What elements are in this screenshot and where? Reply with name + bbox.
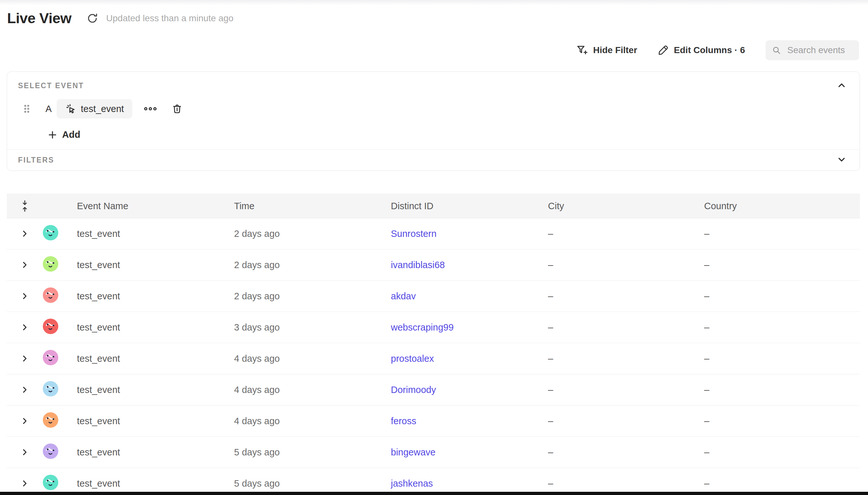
search-icon [772,45,781,56]
user-avatar [43,475,58,492]
city-cell: – [548,416,704,426]
country-cell: – [704,322,860,333]
table-row: test_event 4 days ago feross – – [7,406,860,437]
country-cell: – [704,478,860,489]
distinct-id-link[interactable]: jashkenas [391,478,433,489]
chevron-up-icon [836,80,847,90]
country-cell: – [704,353,860,364]
filter-plus-icon [576,45,588,56]
time-cell: 3 days ago [234,322,391,333]
city-cell: – [548,291,704,302]
edit-columns-label: Edit Columns · 6 [674,45,745,55]
chevron-down-icon [836,154,847,165]
table-header-row: Event Name Time Distinct ID City Country [7,194,860,218]
distinct-id-link[interactable]: feross [391,416,416,426]
distinct-id-link[interactable]: webscraping99 [391,322,454,332]
page-header: Live View Updated less than a minute ago [7,8,234,28]
table-row: test_event 2 days ago ivandiblasi68 – – [7,250,860,281]
expand-row-button[interactable] [21,229,29,238]
edit-columns-button[interactable]: Edit Columns · 6 [658,45,745,56]
expand-row-button[interactable] [21,479,29,488]
refresh-button[interactable] [86,12,99,24]
event-query-row: A test_event [18,99,847,118]
time-cell: 5 days ago [234,478,391,489]
expand-row-button[interactable] [21,386,29,394]
distinct-id-link[interactable]: ivandiblasi68 [391,260,445,270]
city-cell: – [548,322,704,333]
table-row: test_event 5 days ago bingewave – – [7,437,860,468]
collapse-section-button[interactable] [836,80,847,91]
time-cell: 2 days ago [234,291,391,302]
table-row: test_event 4 days ago Dorimoody – – [7,374,860,406]
toolbar: Hide Filter Edit Columns · 6 [576,40,859,61]
column-header-country: Country [704,201,860,211]
expand-row-button[interactable] [21,354,29,363]
pencil-icon [658,45,669,56]
country-cell: – [704,291,860,302]
table-row: test_event 4 days ago prostoalex – – [7,343,860,374]
updated-status: Updated less than a minute ago [106,13,234,23]
collapse-rows-button[interactable] [20,200,30,212]
city-cell: – [548,353,704,364]
time-cell: 4 days ago [234,385,391,395]
user-avatar [43,256,58,274]
table-row: test_event 5 days ago jashkenas – – [7,468,860,495]
event-name-cell: test_event [77,416,234,426]
delete-event-button[interactable] [170,102,184,116]
refresh-icon [87,13,98,24]
expand-row-button[interactable] [21,261,29,269]
event-name-cell: test_event [77,260,234,270]
chevron-right-icon [21,323,29,331]
filters-label: FILTERS [18,156,54,165]
column-header-city: City [548,201,704,211]
distinct-id-link[interactable]: Dorimoody [391,385,436,395]
event-name-cell: test_event [77,228,234,239]
expand-filters-button[interactable] [836,154,847,166]
table-row: test_event 2 days ago akdav – – [7,281,860,312]
search-box[interactable] [766,40,859,60]
page-title: Live View [7,10,71,27]
expand-row-button[interactable] [21,292,29,300]
city-cell: – [548,260,704,270]
cursor-click-icon [65,103,76,114]
user-avatar [43,381,58,399]
distinct-id-link[interactable]: bingewave [391,447,436,457]
distinct-id-link[interactable]: akdav [391,291,416,301]
event-row-letter: A [45,104,53,114]
country-cell: – [704,447,860,458]
chevron-right-icon [21,261,29,269]
event-more-options-button[interactable] [141,103,159,114]
expand-row-button[interactable] [21,448,29,456]
city-cell: – [548,447,704,458]
column-header-distinct-id: Distinct ID [391,201,548,211]
add-button-label: Add [62,130,80,140]
distinct-id-link[interactable]: Sunrostern [391,228,437,239]
table-body: test_event 2 days ago Sunrostern – – [7,218,860,495]
add-event-button[interactable]: Add [48,130,80,140]
chevron-right-icon [21,354,29,363]
user-avatar [43,444,58,461]
collapse-vertical-icon [20,200,30,212]
country-cell: – [704,385,860,395]
distinct-id-link[interactable]: prostoalex [391,353,434,364]
event-selector-chip[interactable]: test_event [57,99,132,118]
filters-section: FILTERS [7,149,860,171]
country-cell: – [704,416,860,426]
chevron-right-icon [21,417,29,425]
chevron-right-icon [21,479,29,488]
event-name-cell: test_event [77,353,234,364]
city-cell: – [548,228,704,239]
column-header-time: Time [234,201,391,211]
search-input[interactable] [786,45,853,56]
expand-row-button[interactable] [21,417,29,425]
selected-event-name: test_event [81,104,124,114]
hide-filter-button[interactable]: Hide Filter [576,45,637,56]
select-event-label: SELECT EVENT [18,82,84,90]
column-header-event-name: Event Name [77,201,234,211]
drag-handle-icon[interactable] [22,103,31,114]
event-name-cell: test_event [77,447,234,458]
time-cell: 2 days ago [234,228,391,239]
expand-row-button[interactable] [21,323,29,331]
ellipsis-icon [143,105,157,112]
event-name-cell: test_event [77,385,234,395]
